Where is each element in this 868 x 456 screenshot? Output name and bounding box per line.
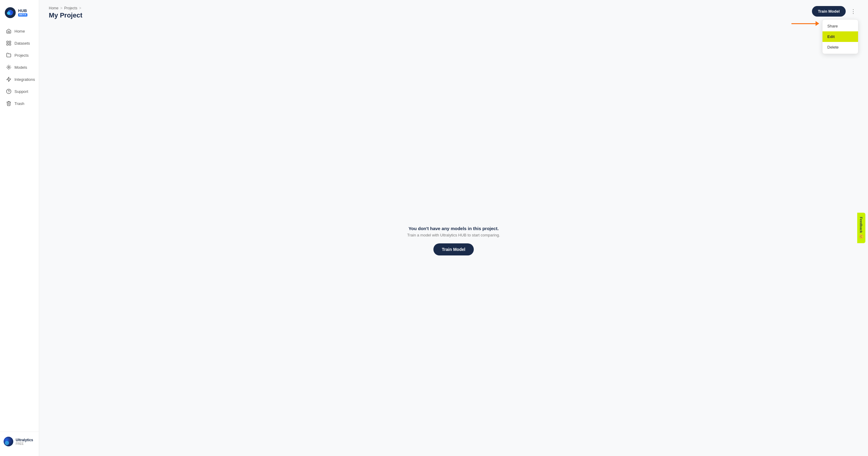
sidebar-item-support[interactable]: Support xyxy=(2,86,36,97)
breadcrumb-sep1: > xyxy=(60,6,62,10)
sidebar-item-trash[interactable]: Trash xyxy=(2,98,36,109)
more-options-button[interactable]: ⋮ xyxy=(848,6,858,17)
title-area: Home > Projects > My Project xyxy=(49,6,82,19)
svg-point-2 xyxy=(7,11,10,15)
svg-rect-4 xyxy=(7,41,8,42)
ultralytics-logo-icon xyxy=(5,7,16,18)
dropdown-edit[interactable]: Edit xyxy=(823,31,858,42)
main-empty-state: You don't have any models in this projec… xyxy=(39,25,868,456)
dropdown-share[interactable]: Share xyxy=(823,21,858,31)
sidebar-item-datasets-label: Datasets xyxy=(14,41,30,46)
dropdown-menu: Share Edit Delete xyxy=(822,19,858,54)
svg-rect-5 xyxy=(9,41,11,42)
breadcrumb-home[interactable]: Home xyxy=(49,6,59,10)
sidebar-item-home-label: Home xyxy=(14,29,25,33)
arrow-head xyxy=(815,21,819,26)
user-profile[interactable]: Ultralytics FREE xyxy=(4,437,35,446)
sidebar-item-integrations[interactable]: Integrations xyxy=(2,74,36,85)
breadcrumb-sep2: > xyxy=(79,6,81,10)
logo-text: HUB BETA xyxy=(18,9,27,16)
breadcrumb-projects[interactable]: Projects xyxy=(64,6,77,10)
datasets-icon xyxy=(6,40,11,46)
breadcrumb: Home > Projects > xyxy=(49,6,82,10)
integrations-icon xyxy=(6,77,11,82)
empty-message-area: You don't have any models in this projec… xyxy=(407,226,500,255)
page-title: My Project xyxy=(49,11,82,19)
sidebar-item-projects[interactable]: Projects xyxy=(2,50,36,61)
sidebar: HUB BETA Home Datasets xyxy=(0,0,39,456)
three-dots-icon: ⋮ xyxy=(850,9,856,14)
svg-marker-9 xyxy=(7,77,11,82)
svg-point-3 xyxy=(10,11,13,13)
sidebar-item-datasets[interactable]: Datasets xyxy=(2,37,36,49)
empty-title: You don't have any models in this projec… xyxy=(407,226,500,231)
sidebar-item-support-label: Support xyxy=(14,89,28,94)
avatar xyxy=(4,437,13,446)
svg-point-8 xyxy=(8,67,10,68)
main-content: Home > Projects > My Project Train Model… xyxy=(39,0,868,456)
feedback-label: Feedback xyxy=(859,217,863,233)
sidebar-bottom: Ultralytics FREE xyxy=(0,432,39,451)
trash-icon xyxy=(6,101,11,106)
sidebar-item-integrations-label: Integrations xyxy=(14,77,35,82)
feedback-emoji-icon: 😊 xyxy=(859,234,864,239)
header-actions: Train Model ⋮ Share Edit Delete xyxy=(812,6,858,17)
feedback-tab[interactable]: Feedback 😊 xyxy=(857,212,865,243)
sidebar-item-projects-label: Projects xyxy=(14,53,29,58)
arrow-indicator xyxy=(792,21,819,26)
train-model-button[interactable]: Train Model xyxy=(812,6,846,17)
sidebar-nav: Home Datasets Projects xyxy=(0,25,39,432)
projects-icon xyxy=(6,53,11,58)
home-icon xyxy=(6,28,11,34)
support-icon xyxy=(6,89,11,94)
dropdown-delete[interactable]: Delete xyxy=(823,42,858,53)
logo-hub-label: HUB xyxy=(18,9,27,13)
logo-area[interactable]: HUB BETA xyxy=(0,5,39,25)
sidebar-item-home[interactable]: Home xyxy=(2,25,36,37)
models-icon xyxy=(6,64,11,70)
train-model-center-button[interactable]: Train Model xyxy=(433,244,474,255)
sidebar-item-models-label: Models xyxy=(14,65,27,70)
logo-beta-label: BETA xyxy=(18,13,27,17)
empty-subtitle: Train a model with Ultralytics HUB to st… xyxy=(407,233,500,237)
user-plan: FREE xyxy=(16,442,33,446)
user-name: Ultralytics xyxy=(16,438,33,442)
page-header: Home > Projects > My Project Train Model… xyxy=(39,0,868,25)
svg-rect-6 xyxy=(7,44,8,45)
sidebar-item-models[interactable]: Models xyxy=(2,61,36,73)
arrow-line xyxy=(792,23,815,24)
svg-rect-7 xyxy=(9,44,11,45)
sidebar-item-trash-label: Trash xyxy=(14,101,24,106)
user-info: Ultralytics FREE xyxy=(16,438,33,446)
